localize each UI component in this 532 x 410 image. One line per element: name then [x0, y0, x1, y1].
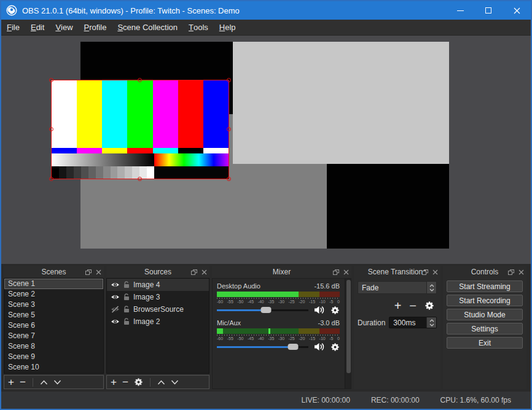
visibility-eye-icon[interactable]	[111, 306, 120, 313]
visibility-eye-icon[interactable]	[111, 293, 120, 301]
float-panel-icon[interactable]	[333, 269, 339, 275]
float-panel-icon[interactable]	[508, 269, 514, 275]
transition-properties-gear-icon[interactable]	[424, 301, 434, 311]
scene-list-item[interactable]: Scene 8	[4, 341, 103, 352]
scene-list-item[interactable]: Scene 10	[4, 362, 103, 373]
float-panel-icon[interactable]	[85, 269, 92, 275]
scene-list-item[interactable]: Scene 3	[4, 300, 103, 310]
volume-meter	[217, 292, 340, 297]
source-list-item[interactable]: BrowserSource	[107, 303, 209, 315]
mixer-scrollbar[interactable]	[345, 279, 351, 389]
close-panel-icon[interactable]	[518, 269, 524, 275]
menu-item[interactable]: File	[1, 20, 25, 35]
float-panel-icon[interactable]	[422, 269, 428, 275]
minimize-button[interactable]	[446, 1, 474, 20]
source-properties-gear-icon[interactable]	[134, 377, 143, 387]
rec-time: REC: 00:00:00	[371, 396, 420, 404]
visibility-eye-icon[interactable]	[111, 318, 120, 325]
remove-scene-button[interactable]: −	[20, 377, 26, 387]
menu-item[interactable]: Edit	[25, 20, 50, 35]
chevron-down-icon	[429, 323, 434, 327]
channel-settings-gear-icon[interactable]	[331, 342, 340, 352]
close-panel-icon[interactable]	[432, 269, 438, 275]
move-source-up-button[interactable]	[157, 380, 165, 385]
source-list: Image 4 Image 3	[106, 278, 209, 374]
sources-panel-titlebar: Sources	[106, 266, 209, 278]
scene-list-item[interactable]: Scene 5	[4, 310, 103, 320]
lock-icon[interactable]	[123, 293, 130, 301]
source-list-item[interactable]: Image 4	[107, 279, 209, 291]
scene-list-item[interactable]: Scene 1	[4, 279, 103, 289]
source-list-item[interactable]: Image 2	[107, 315, 209, 328]
close-button[interactable]	[503, 1, 531, 20]
add-source-button[interactable]: +	[111, 377, 117, 387]
control-button[interactable]: Studio Mode	[447, 309, 523, 320]
mixer-channel-mic-aux: Mic/Aux -3.0 dB -60-55-50-45-40-35-30-25…	[217, 319, 340, 350]
resize-handle[interactable]	[138, 177, 142, 181]
lock-icon[interactable]	[123, 318, 130, 325]
source-name: Image 3	[133, 293, 160, 301]
transitions-panel-titlebar: Scene Transitions	[354, 266, 440, 278]
menu-item[interactable]: Tools	[183, 20, 214, 35]
maximize-button[interactable]	[474, 1, 503, 20]
resize-handle[interactable]	[227, 127, 231, 131]
move-scene-up-button[interactable]	[40, 380, 48, 385]
menu-item[interactable]: Scene Collection	[112, 20, 183, 35]
menu-item[interactable]: Profile	[79, 20, 112, 35]
close-panel-icon[interactable]	[201, 269, 207, 275]
control-button[interactable]: Settings	[447, 323, 523, 335]
duration-spinner[interactable]	[426, 317, 436, 328]
float-panel-icon[interactable]	[191, 269, 197, 275]
status-bar: LIVE: 00:00:00 REC: 00:00:00 CPU: 1.6%, …	[1, 392, 531, 409]
transition-select[interactable]: Fade	[358, 281, 437, 294]
resize-handle[interactable]	[227, 177, 231, 181]
remove-transition-button[interactable]: −	[409, 301, 417, 311]
transitions-body: Fade + − Duration 300ms	[354, 278, 440, 389]
scenes-toolbar: + −	[4, 375, 104, 389]
menu-item[interactable]: Help	[214, 20, 241, 35]
toolbar-separator	[150, 378, 151, 387]
duration-spinbox[interactable]: 300ms	[389, 317, 437, 328]
move-scene-down-button[interactable]	[53, 380, 61, 385]
scene-list-item[interactable]: Scene 7	[4, 331, 103, 341]
resize-handle[interactable]	[49, 78, 53, 82]
mute-speaker-icon[interactable]	[314, 342, 325, 351]
mute-speaker-icon[interactable]	[314, 306, 325, 314]
scene-list-item[interactable]: Scene 6	[4, 320, 103, 331]
volume-slider[interactable]	[217, 343, 308, 350]
lock-icon[interactable]	[123, 281, 130, 288]
channel-volume-db: -3.0 dB	[318, 319, 340, 327]
combo-spinner[interactable]	[426, 282, 436, 293]
resize-handle[interactable]	[227, 78, 231, 82]
source-name: Image 4	[133, 280, 160, 289]
remove-source-button[interactable]: −	[122, 377, 128, 387]
move-source-down-button[interactable]	[171, 380, 179, 385]
peak-indicator	[268, 328, 270, 334]
close-panel-icon[interactable]	[343, 269, 349, 275]
volume-slider-handle[interactable]	[288, 344, 298, 350]
mixer-channel-desktop-audio: Desktop Audio -15.6 dB -60-55-50-45-40-3…	[217, 282, 340, 314]
control-button[interactable]: Start Streaming	[447, 280, 523, 292]
scene-list-item[interactable]: Scene 2	[4, 289, 103, 300]
resize-handle[interactable]	[49, 127, 53, 131]
menu-item[interactable]: View	[50, 20, 78, 35]
control-button[interactable]: Exit	[447, 337, 523, 349]
volume-slider-handle[interactable]	[261, 307, 272, 313]
scene-list-item[interactable]: Scene 9	[4, 352, 103, 362]
title-bar: OBS 21.0.1 (64bit, windows) - Profile: T…	[1, 1, 531, 20]
add-scene-button[interactable]: +	[8, 377, 14, 387]
visibility-eye-icon[interactable]	[111, 281, 120, 288]
resize-handle[interactable]	[49, 177, 53, 181]
source-list-item[interactable]: Image 3	[107, 291, 209, 303]
selected-source-colorbars[interactable]	[51, 80, 229, 179]
close-panel-icon[interactable]	[96, 269, 101, 275]
control-button[interactable]: Start Recording	[447, 295, 523, 306]
volume-slider[interactable]	[217, 306, 308, 314]
add-transition-button[interactable]: +	[394, 301, 402, 311]
channel-settings-gear-icon[interactable]	[331, 306, 340, 315]
scrollbar-thumb[interactable]	[346, 280, 351, 373]
preview-area[interactable]	[1, 36, 531, 264]
lock-icon[interactable]	[123, 306, 130, 313]
source-name: BrowserSource	[133, 305, 184, 314]
resize-handle[interactable]	[138, 78, 142, 82]
